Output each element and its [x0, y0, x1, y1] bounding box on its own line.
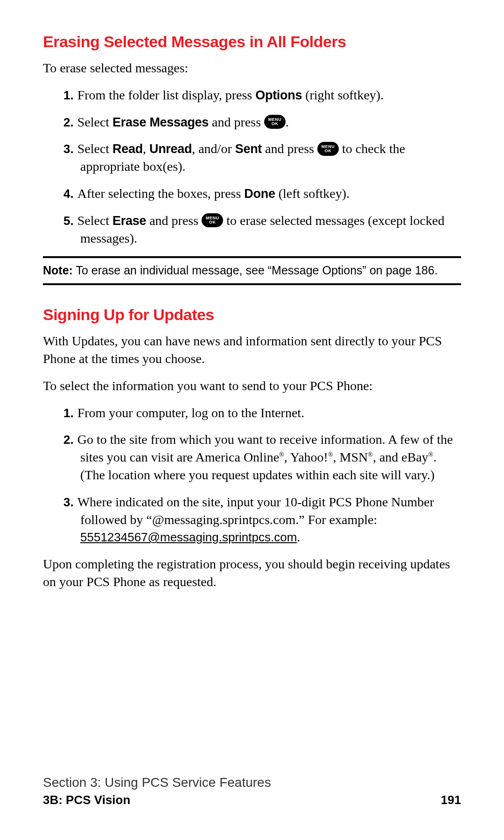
- note-box: Note: To erase an individual message, se…: [43, 256, 461, 285]
- step-number: 3.: [63, 142, 77, 156]
- menu-ok-key-icon: MENUOK: [264, 115, 286, 129]
- step-number: 2.: [63, 433, 77, 447]
- step-5: 5.Select Erase and press MENUOK to erase…: [43, 212, 461, 247]
- example-email: 5551234567@messaging.sprintpcs.com: [80, 530, 297, 544]
- section-updates: Signing Up for Updates With Updates, you…: [43, 306, 461, 591]
- step-text: From your computer, log on to the Intern…: [77, 406, 304, 420]
- menu-ok-key-icon: MENUOK: [202, 213, 223, 227]
- step-3: 3.Where indicated on the site, input you…: [43, 493, 461, 546]
- footer-subsection: 3B: PCS Vision: [43, 793, 130, 807]
- registered-mark-icon: ®: [279, 451, 284, 458]
- step-number: 5.: [63, 214, 77, 228]
- step-text: ,: [143, 141, 149, 156]
- step-text: and press: [262, 141, 317, 156]
- step-text: .: [286, 115, 289, 129]
- step-3: 3.Select Read, Unread, and/or Sent and p…: [43, 140, 461, 175]
- intro-erasing: To erase selected messages:: [43, 59, 461, 77]
- step-text: and press: [209, 115, 264, 129]
- step-text: Where indicated on the site, input your …: [77, 495, 434, 527]
- step-text: , and eBay: [373, 450, 428, 464]
- step-number: 1.: [63, 406, 77, 420]
- ui-label-options: Options: [255, 88, 302, 102]
- step-text: Select: [77, 115, 112, 129]
- ui-label-erase-messages: Erase Messages: [112, 115, 209, 129]
- step-text: , Yahoo!: [284, 450, 328, 464]
- updates-p1: With Updates, you can have news and info…: [43, 332, 461, 368]
- step-text: .: [297, 530, 300, 544]
- step-text: From the folder list display, press: [77, 88, 256, 102]
- registered-mark-icon: ®: [328, 451, 333, 458]
- step-2: 2.Go to the site from which you want to …: [43, 431, 461, 483]
- heading-erasing: Erasing Selected Messages in All Folders: [43, 33, 461, 51]
- step-text: Select: [77, 213, 112, 228]
- step-text: After selecting the boxes, press: [77, 186, 245, 201]
- registered-mark-icon: ®: [428, 451, 434, 458]
- step-number: 2.: [63, 115, 77, 129]
- step-1: 1.From your computer, log on to the Inte…: [43, 404, 461, 422]
- step-number: 1.: [63, 88, 77, 102]
- step-number: 3.: [63, 495, 77, 509]
- updates-p2: To select the information you want to se…: [43, 377, 461, 395]
- step-1: 1.From the folder list display, press Op…: [43, 86, 461, 104]
- heading-updates: Signing Up for Updates: [43, 306, 461, 324]
- ui-label-unread: Unread: [149, 142, 192, 156]
- page-number: 191: [441, 793, 461, 807]
- step-text: (right softkey).: [302, 88, 384, 102]
- step-2: 2.Select Erase Messages and press MENUOK…: [43, 113, 461, 131]
- step-text: , and/or: [192, 141, 235, 156]
- step-text: (left softkey).: [275, 186, 350, 201]
- menu-ok-key-icon: MENUOK: [317, 142, 339, 156]
- ui-label-done: Done: [244, 187, 275, 201]
- registered-mark-icon: ®: [368, 451, 373, 458]
- ui-label-sent: Sent: [235, 142, 262, 156]
- steps-erasing: 1.From the folder list display, press Op…: [43, 86, 461, 247]
- step-text: and press: [146, 213, 202, 228]
- step-number: 4.: [63, 187, 77, 201]
- page-footer: Section 3: Using PCS Service Features 3B…: [43, 775, 461, 807]
- note-text: To erase an individual message, see “Mes…: [73, 264, 438, 277]
- step-text: , MSN: [333, 450, 368, 464]
- ui-label-erase: Erase: [112, 214, 146, 228]
- step-4: 4.After selecting the boxes, press Done …: [43, 185, 461, 203]
- updates-p3: Upon completing the registration process…: [43, 555, 461, 591]
- step-text: Select: [77, 141, 112, 156]
- ui-label-read: Read: [112, 142, 143, 156]
- note-label: Note:: [43, 264, 73, 277]
- footer-section-title: Section 3: Using PCS Service Features: [43, 775, 461, 790]
- manual-page: Erasing Selected Messages in All Folders…: [0, 0, 504, 840]
- steps-updates: 1.From your computer, log on to the Inte…: [43, 404, 461, 546]
